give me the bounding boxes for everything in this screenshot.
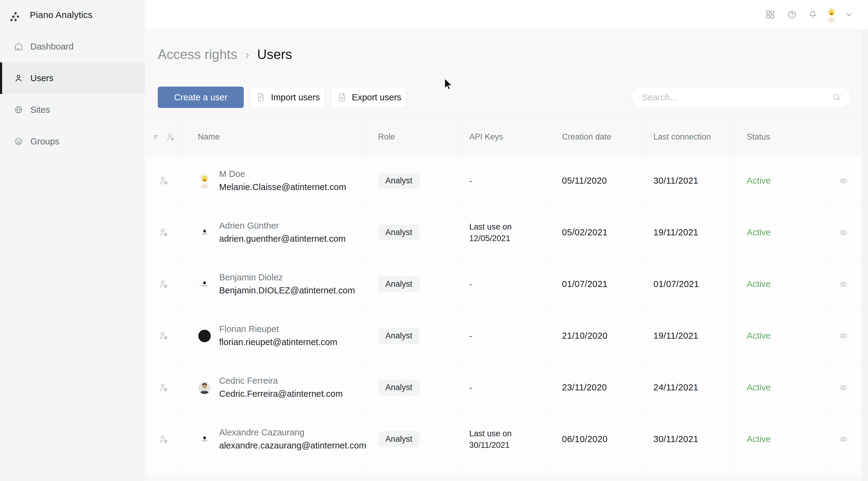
sidebar-item-users[interactable]: Users (0, 62, 145, 94)
user-settings-icon[interactable] (158, 434, 169, 445)
user-name: M Doe (219, 168, 346, 180)
breadcrumb-parent[interactable]: Access rights (158, 47, 237, 62)
sidebar-item-groups[interactable]: Groups (0, 126, 145, 157)
name-cell: Benjamin Diolez Benjamin.DIOLEZ@atintern… (182, 259, 364, 310)
import-users-button[interactable]: Import users (250, 87, 326, 108)
actions-cell (825, 310, 861, 362)
sort-icon[interactable] (152, 132, 161, 142)
role-cell: Analyst (364, 414, 457, 465)
search-input[interactable] (631, 87, 851, 108)
role-badge: Analyst (378, 224, 420, 241)
photo-portrait-avatar (198, 380, 211, 395)
status-badge: Active (747, 228, 771, 237)
table-row[interactable]: Alexandre Cazaurang alexandre.cazaurang@… (145, 414, 868, 465)
name-cell: Adrien Günther adrien.guenther@atinterne… (182, 207, 364, 258)
creation-date-cell: 05/02/2021 (548, 207, 641, 258)
name-cell: Florian Rieupet florian.rieupet@atintern… (182, 310, 364, 362)
user-name: Cedric Ferreira (219, 374, 343, 387)
user-avatar[interactable] (825, 7, 838, 22)
eye-icon (838, 279, 849, 290)
status-cell: Active (733, 259, 825, 310)
status-cell: Active (733, 414, 825, 465)
table-row[interactable]: Florian Rieupet florian.rieupet@atintern… (145, 310, 868, 362)
table-row[interactable]: M Doe Melanie.Claisse@atinternet.com Ana… (145, 155, 868, 207)
user-email: Melanie.Claisse@atinternet.com (219, 180, 346, 194)
notifications-bell-icon[interactable] (808, 10, 817, 20)
table-row[interactable]: Cedric Ferreira Cedric.Ferreira@atintern… (145, 362, 868, 414)
api-keys-cell: Last use on 12/05/2021 (457, 207, 548, 258)
last-connection-cell: 30/11/2021 (641, 414, 733, 465)
creation-date-cell: 21/10/2020 (548, 310, 641, 362)
last-connection-cell: 30/11/2021 (641, 155, 733, 206)
api-keys-cell: Last use on 30/11/2021 (457, 414, 548, 465)
role-badge: Analyst (378, 328, 420, 344)
help-icon[interactable] (787, 10, 797, 20)
creation-date-cell: 06/10/2020 (548, 414, 641, 465)
globe-icon (14, 105, 23, 114)
column-header-creation-date[interactable]: Creation date (548, 119, 641, 155)
creation-date-cell: 01/07/2021 (548, 259, 641, 310)
export-users-button[interactable]: Export users (331, 87, 407, 108)
user-name: Florian Rieupet (219, 323, 337, 335)
sidebar-item-sites[interactable]: Sites (0, 94, 145, 126)
table-row[interactable]: Benjamin Diolez Benjamin.DIOLEZ@atintern… (145, 259, 868, 310)
atinternet-logo-avatar (198, 277, 211, 292)
view-user-button[interactable] (835, 224, 852, 241)
users-table: Name Role API Keys Creation date Last co… (145, 119, 868, 475)
topbar (145, 0, 868, 29)
black-circle-avatar (198, 329, 211, 343)
toolbar: Create a user Import users (145, 87, 868, 108)
scrollbar-track[interactable] (862, 29, 868, 481)
table-row[interactable]: Adrien Günther adrien.guenther@atinterne… (145, 207, 868, 259)
home-icon (14, 42, 23, 51)
creation-date-cell: 05/11/2020 (548, 155, 641, 206)
column-header-last-connection[interactable]: Last connection (641, 119, 733, 155)
role-badge: Analyst (378, 173, 420, 189)
sidebar-item-label: Groups (30, 137, 59, 147)
status-cell: Active (733, 155, 825, 206)
column-header-api-keys[interactable]: API Keys (457, 119, 548, 155)
main-area: Access rights › Users Create a user Impo… (145, 0, 868, 481)
sidebar-item-label: Users (30, 73, 54, 83)
role-badge: Analyst (378, 276, 420, 292)
sidebar-nav: DashboardUsersSitesGroups (0, 29, 145, 157)
view-user-button[interactable] (835, 379, 852, 396)
user-settings-icon[interactable] (158, 279, 169, 290)
table-header-select (145, 119, 182, 155)
chevron-down-icon[interactable] (845, 11, 853, 19)
search-icon[interactable] (832, 92, 842, 102)
user-settings-icon[interactable] (158, 330, 169, 341)
column-header-name[interactable]: Name (182, 119, 364, 155)
sidebar-item-dashboard[interactable]: Dashboard (0, 31, 145, 62)
table-header-row: Name Role API Keys Creation date Last co… (145, 119, 868, 155)
status-cell: Active (733, 207, 825, 258)
app-window: Piano Analytics DashboardUsersSitesGroup… (0, 0, 868, 481)
view-user-button[interactable] (835, 276, 852, 293)
column-header-status[interactable]: Status (733, 119, 825, 155)
table-row-partial (145, 465, 868, 475)
sidebar-item-label: Dashboard (30, 42, 73, 52)
api-keys-cell: - (457, 259, 548, 310)
row-select-cell (145, 259, 182, 310)
actions-cell (825, 155, 861, 206)
user-settings-icon[interactable] (158, 382, 169, 393)
last-connection-cell: 24/11/2021 (641, 362, 733, 413)
user-settings-icon[interactable] (158, 227, 169, 238)
view-user-button[interactable] (835, 431, 852, 448)
search-box (631, 87, 851, 108)
eye-icon (838, 434, 849, 445)
sidebar: Piano Analytics DashboardUsersSitesGroup… (0, 0, 145, 481)
apps-grid-icon[interactable] (765, 10, 775, 20)
column-header-role[interactable]: Role (364, 119, 457, 155)
create-user-button[interactable]: Create a user (158, 87, 244, 108)
user-settings-icon[interactable] (158, 175, 169, 186)
breadcrumb: Access rights › Users (145, 29, 868, 62)
brand-logo[interactable]: Piano Analytics (0, 0, 145, 29)
view-user-button[interactable] (835, 172, 852, 189)
user-settings-icon[interactable] (166, 132, 175, 142)
group-icon (14, 137, 23, 146)
role-cell: Analyst (364, 259, 457, 310)
user-email: Benjamin.DIOLEZ@atinternet.com (219, 283, 355, 297)
role-cell: Analyst (364, 155, 457, 206)
view-user-button[interactable] (835, 327, 852, 344)
